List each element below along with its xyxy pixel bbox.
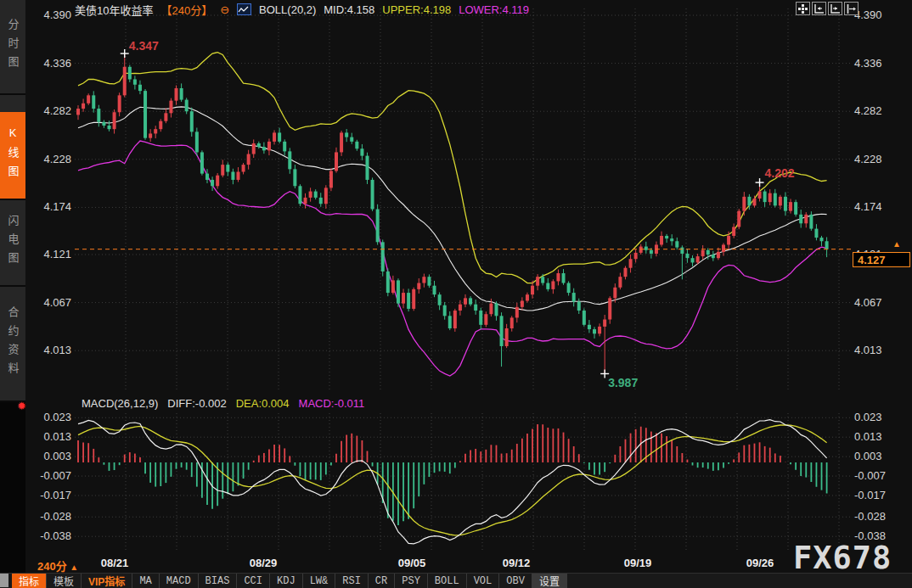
price-tick-label-left: 4.013 xyxy=(43,344,71,356)
macd-dea-value: DEA:0.004 xyxy=(236,397,290,410)
price-tick-label-right: 4.067 xyxy=(854,296,882,309)
corner-nub[interactable] xyxy=(0,574,8,587)
annotation-high: 4.347 xyxy=(129,39,159,53)
tab-indicator[interactable]: 指标 xyxy=(12,574,47,588)
bottom-toolbar: 指标 模板 VIP指标 MA MACD BIAS CCI KDJ LW& RSI… xyxy=(0,573,912,588)
tab-ma[interactable]: MA xyxy=(132,574,159,588)
boll-param-label: BOLL(20,2) xyxy=(259,3,316,16)
sidebar-item-time-chart[interactable]: 分时图 xyxy=(0,0,25,95)
tab-psy[interactable]: PSY xyxy=(395,574,428,588)
date-tick-label: 09/12 xyxy=(503,557,531,569)
boll-mid-value: MID:4.158 xyxy=(324,3,374,16)
price-tick-label-right: 4.336 xyxy=(854,57,882,70)
date-tick-label: 09/05 xyxy=(398,557,426,569)
collapse-icon[interactable]: ⊖ xyxy=(220,4,229,15)
app-root: 4.3904.3904.3364.3364.2824.2824.2284.228… xyxy=(0,0,912,588)
tab-kdj[interactable]: KDJ xyxy=(270,574,303,588)
annotation-low: 3.987 xyxy=(608,376,638,389)
macd-tick-label-left: 0.023 xyxy=(43,411,71,423)
period-badge: 【240分】 xyxy=(160,2,212,18)
price-tick-label-left: 4.336 xyxy=(43,57,71,70)
price-tick-label-right: 4.282 xyxy=(854,104,882,117)
macd-tick-label-right: -0.017 xyxy=(854,489,886,501)
price-tick-label-left: 4.174 xyxy=(43,200,71,213)
chart-canvas[interactable]: 4.3904.3904.3364.3364.2824.2824.2284.228… xyxy=(0,0,912,588)
price-tick-label-right: 4.174 xyxy=(854,200,882,213)
tab-rsi[interactable]: RSI xyxy=(335,574,369,588)
chart-tools xyxy=(796,2,859,15)
axis-shift-right-icon[interactable] xyxy=(828,2,842,15)
tab-vip-indicator[interactable]: VIP指标 xyxy=(82,574,132,588)
sidebar-item-flash-chart[interactable]: 闪电图 xyxy=(0,200,25,287)
price-tick-label-left: 4.282 xyxy=(43,104,71,117)
last-price-tag: 4.127 xyxy=(853,252,910,267)
macd-tick-label-right: 0.003 xyxy=(854,450,882,462)
price-tick-label-left: 4.228 xyxy=(43,153,71,165)
up-triangle-icon: ▲ xyxy=(70,563,78,572)
date-tick-label: 08/21 xyxy=(101,557,129,569)
annotation-swing-high: 4.202 xyxy=(765,166,795,180)
macd-diff-value: DIFF:-0.002 xyxy=(167,397,226,410)
macd-header: MACD(26,12,9) DIFF:-0.002 DEA:0.004 MACD… xyxy=(82,397,364,410)
watermark-fx678: FX678 xyxy=(793,540,892,576)
price-tick-label-left: 4.067 xyxy=(43,296,71,309)
macd-tick-label-left: -0.038 xyxy=(40,529,71,542)
price-tick-label-left: 4.390 xyxy=(43,8,71,21)
sidebar-item-contract-info[interactable]: 合约资料 xyxy=(0,287,25,402)
export-icon[interactable] xyxy=(844,2,859,15)
macd-tick-label-left: -0.007 xyxy=(40,469,71,482)
instrument-title: 美债10年收益率 xyxy=(75,2,153,18)
boll-lower-value: LOWER:4.119 xyxy=(459,3,529,16)
boll-upper-value: UPPER:4.198 xyxy=(382,3,451,16)
chart-type-icon[interactable] xyxy=(237,3,251,15)
macd-tick-label-left: -0.028 xyxy=(40,510,71,523)
price-tick-label-left: 4.121 xyxy=(43,248,71,260)
macd-tick-label-right: -0.028 xyxy=(854,510,886,523)
tab-obv[interactable]: OBV xyxy=(499,574,532,588)
macd-macd-value: MACD:-0.011 xyxy=(299,397,365,410)
date-tick-label: 09/26 xyxy=(746,557,774,569)
tab-macd[interactable]: MACD xyxy=(160,574,199,588)
macd-tick-label-left: 0.013 xyxy=(43,430,71,443)
macd-tick-label-right: -0.007 xyxy=(854,469,886,482)
period-text: 240分 xyxy=(37,560,67,573)
macd-param-label: MACD(26,12,9) xyxy=(82,397,158,410)
tab-template[interactable]: 模板 xyxy=(47,574,82,588)
sidebar-item-kline-chart[interactable]: K线图 xyxy=(0,112,25,200)
tab-vol[interactable]: VOL xyxy=(467,574,500,588)
tab-cr[interactable]: CR xyxy=(369,574,395,588)
tab-settings[interactable]: 设置 xyxy=(532,574,567,588)
date-tick-label: 09/19 xyxy=(624,557,652,569)
macd-tick-label-left: -0.017 xyxy=(40,489,71,501)
macd-tick-label-right: 0.023 xyxy=(854,411,882,423)
tab-bias[interactable]: BIAS xyxy=(199,574,238,588)
sidebar: 分时图 K线图 闪电图 合约资料 xyxy=(0,0,25,588)
axis-shift-left-icon[interactable] xyxy=(812,2,826,15)
price-alert-arrow-icon: ▲ xyxy=(892,240,901,249)
pan-icon[interactable] xyxy=(796,2,810,15)
price-tick-label-right: 4.228 xyxy=(854,153,882,165)
tab-cci[interactable]: CCI xyxy=(237,574,270,588)
macd-tick-label-right: 0.013 xyxy=(854,430,882,443)
macd-tick-label-left: 0.003 xyxy=(43,450,71,462)
period-label[interactable]: 240分 ▲ xyxy=(37,557,78,574)
alert-blink-icon: ✹ xyxy=(17,400,26,412)
tab-lwr[interactable]: LW& xyxy=(303,574,336,588)
chart-header: 美债10年收益率 【240分】 ⊖ BOLL(20,2) MID:4.158 U… xyxy=(75,3,529,16)
price-tick-label-right: 4.013 xyxy=(854,344,882,356)
date-tick-label: 08/29 xyxy=(250,557,278,569)
tab-boll[interactable]: BOLL xyxy=(428,574,467,588)
